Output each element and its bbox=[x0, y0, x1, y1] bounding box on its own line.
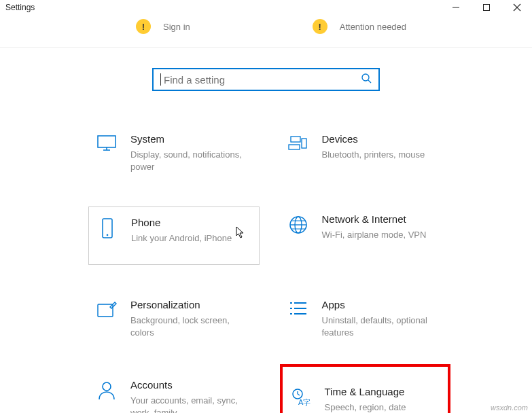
svg-line-5 bbox=[368, 80, 371, 83]
titlebar: Settings bbox=[0, 0, 532, 16]
tile-title: Accounts bbox=[130, 379, 253, 391]
search-wrap bbox=[0, 68, 532, 91]
tile-desc: Uninstall, defaults, optional features bbox=[322, 315, 444, 338]
footer-watermark: wsxdn.com bbox=[491, 403, 528, 412]
close-button[interactable] bbox=[501, 0, 532, 15]
svg-rect-10 bbox=[302, 139, 306, 148]
cursor-icon bbox=[236, 226, 245, 241]
tile-text: Devices Bluetooth, printers, mouse bbox=[322, 133, 444, 161]
window-title: Settings bbox=[0, 0, 40, 15]
tile-text: Apps Uninstall, defaults, optional featu… bbox=[322, 299, 444, 338]
tile-desc: Your accounts, email, sync, work, family bbox=[130, 395, 253, 413]
text-cursor bbox=[160, 73, 161, 86]
phone-icon bbox=[96, 217, 119, 238]
tile-title: Devices bbox=[322, 133, 444, 145]
maximize-button[interactable] bbox=[471, 0, 501, 15]
close-icon bbox=[513, 3, 521, 12]
time-language-icon: A字 bbox=[289, 386, 313, 408]
tile-desc: Wi-Fi, airplane mode, VPN bbox=[322, 229, 444, 241]
tile-desc: Background, lock screen, colors bbox=[130, 315, 253, 338]
warning-icon: ! bbox=[136, 19, 151, 34]
svg-rect-6 bbox=[98, 136, 116, 147]
svg-line-29 bbox=[298, 394, 300, 395]
tile-system[interactable]: System Display, sound, notifications, po… bbox=[88, 126, 260, 179]
svg-point-26 bbox=[103, 382, 111, 391]
svg-rect-1 bbox=[483, 5, 489, 11]
tile-network[interactable]: Network & Internet Wi-Fi, airplane mode,… bbox=[280, 206, 451, 265]
tile-text: Phone Link your Android, iPhone bbox=[131, 217, 252, 245]
svg-text:A字: A字 bbox=[298, 398, 311, 406]
maximize-icon bbox=[482, 3, 491, 12]
tile-desc: Link your Android, iPhone bbox=[131, 232, 252, 245]
tile-apps[interactable]: Apps Uninstall, defaults, optional featu… bbox=[280, 292, 451, 345]
network-icon bbox=[287, 213, 310, 235]
status-signin[interactable]: ! Sign in bbox=[136, 19, 190, 34]
svg-point-4 bbox=[362, 74, 369, 81]
tile-text: Time & Language Speech, region, date bbox=[325, 386, 442, 413]
tile-accounts[interactable]: Accounts Your accounts, email, sync, wor… bbox=[88, 372, 260, 413]
tile-desc: Bluetooth, printers, mouse bbox=[322, 149, 444, 161]
attention-label: Attention needed bbox=[340, 22, 406, 32]
apps-icon bbox=[287, 299, 310, 317]
accounts-icon bbox=[95, 379, 118, 401]
tile-title: Time & Language bbox=[325, 386, 442, 397]
warning-icon: ! bbox=[313, 19, 327, 34]
search-icon bbox=[361, 73, 372, 86]
tile-title: Phone bbox=[131, 217, 252, 228]
tile-phone[interactable]: Phone Link your Android, iPhone bbox=[88, 206, 260, 265]
tile-text: Network & Internet Wi-Fi, airplane mode,… bbox=[322, 213, 444, 241]
tile-devices[interactable]: Devices Bluetooth, printers, mouse bbox=[280, 126, 451, 179]
tile-title: Network & Internet bbox=[322, 213, 444, 225]
tile-personalization[interactable]: Personalization Background, lock screen,… bbox=[88, 292, 260, 345]
svg-point-13 bbox=[107, 234, 109, 236]
settings-grid: System Display, sound, notifications, po… bbox=[88, 126, 450, 413]
devices-icon bbox=[287, 133, 310, 152]
minimize-button[interactable] bbox=[440, 0, 471, 15]
tile-title: System bbox=[130, 133, 253, 145]
search-box[interactable] bbox=[152, 68, 380, 91]
tile-title: Apps bbox=[322, 299, 444, 310]
signin-label: Sign in bbox=[163, 22, 190, 32]
svg-rect-11 bbox=[289, 145, 300, 149]
tile-text: Accounts Your accounts, email, sync, wor… bbox=[130, 379, 253, 413]
status-row: ! Sign in ! Attention needed bbox=[0, 16, 532, 48]
minimize-icon bbox=[452, 3, 460, 12]
window-controls bbox=[440, 0, 532, 15]
tile-desc: Speech, region, date bbox=[325, 401, 442, 413]
tile-text: Personalization Background, lock screen,… bbox=[130, 299, 253, 338]
personalization-icon bbox=[95, 299, 118, 319]
svg-rect-9 bbox=[291, 137, 300, 142]
tile-text: System Display, sound, notifications, po… bbox=[130, 133, 253, 173]
search-input[interactable] bbox=[164, 74, 361, 86]
status-attention[interactable]: ! Attention needed bbox=[313, 19, 406, 34]
tile-time-language[interactable]: A字 Time & Language Speech, region, date bbox=[280, 364, 451, 413]
tile-desc: Display, sound, notifications, power bbox=[130, 149, 253, 173]
tile-title: Personalization bbox=[130, 299, 253, 310]
system-icon bbox=[95, 133, 118, 152]
